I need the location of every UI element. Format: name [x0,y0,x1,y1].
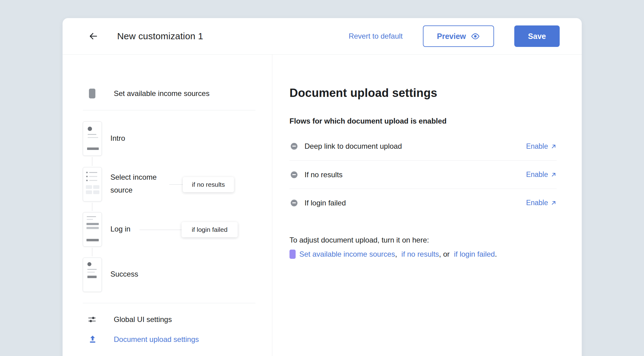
step-connector [92,157,92,166]
sidebar-item-document-upload-settings[interactable]: Document upload settings [114,335,199,344]
flow-row-label: Deep link to document upload [305,142,402,151]
sidebar-item-global-ui-settings[interactable]: Global UI settings [114,315,172,324]
eye-icon [471,33,480,40]
divider [83,110,255,110]
flow-row-deep-link: Deep link to document upload Enable [289,132,557,160]
main-title: Document upload settings [289,86,557,100]
upload-icon [88,335,97,345]
arrow-left-icon [88,31,98,41]
header-actions: Revert to default Preview Save [349,25,560,47]
preview-label: Preview [437,32,466,41]
enable-if-no-results-link[interactable]: Enable [526,170,557,179]
flow-row-label: If no results [305,170,343,179]
flow-row-if-no-results: If no results Enable [289,160,557,189]
step-connector [92,203,92,211]
flow-row-label: If login failed [305,199,346,207]
header: New customization 1 Revert to default Pr… [63,18,582,55]
step-label-intro[interactable]: Intro [110,134,125,143]
enable-deep-link-link[interactable]: Enable [526,142,557,151]
step-connector [92,248,92,256]
sliders-icon [88,316,96,325]
branch-connector [169,184,183,185]
footer-link-if-login-failed[interactable]: if login failed [454,249,495,260]
footer-link-income-sources[interactable]: Set available income sources [299,249,395,260]
content: Set available income sources In [63,55,582,356]
footer-note: To adjust document upload, turn it on he… [289,235,557,260]
footer-text: , or [439,249,450,260]
step-label-select-income-source[interactable]: Select income source [110,171,172,197]
if-no-results-chip[interactable]: if no results [183,177,234,192]
flow-sidebar: Set available income sources In [63,55,272,356]
success-thumbnail[interactable] [83,258,102,292]
footer-text: , [395,249,397,260]
enable-label: Enable [526,199,548,207]
phone-icon [89,89,95,98]
select-income-source-thumbnail[interactable] [83,167,102,201]
arrow-up-right-icon [551,144,557,149]
enable-label: Enable [526,170,548,179]
minus-circle-icon [291,143,297,150]
footer-text: . [495,249,497,260]
phone-icon-purple [289,250,296,259]
step-label-success[interactable]: Success [110,270,138,278]
footer-intro: To adjust document upload, turn it on he… [289,235,557,246]
if-login-failed-chip[interactable]: if login failed [182,222,238,237]
log-in-thumbnail[interactable] [83,212,102,247]
enable-label: Enable [526,142,548,151]
branch-connector [140,230,182,230]
section-heading: Flows for which document upload is enabl… [289,117,557,125]
intro-thumbnail[interactable] [83,121,102,156]
minus-circle-icon [291,171,297,178]
minus-circle-icon [291,200,297,206]
app-window: New customization 1 Revert to default Pr… [63,18,582,356]
divider [83,303,255,303]
sidebar-item-income-sources[interactable]: Set available income sources [114,89,209,98]
arrow-up-right-icon [551,200,557,206]
preview-button[interactable]: Preview [423,25,494,47]
flow-row-if-login-failed: If login failed Enable [289,189,557,217]
step-label-log-in[interactable]: Log in [110,225,130,233]
page-title: New customization 1 [117,31,203,41]
revert-to-default-link[interactable]: Revert to default [349,32,403,40]
flow-rows: Deep link to document upload Enable If n… [289,132,557,217]
footer-link-if-no-results[interactable]: if no results [401,249,439,260]
back-button[interactable] [86,29,100,43]
arrow-up-right-icon [551,172,557,178]
main-panel: Document upload settings Flows for which… [272,55,582,356]
enable-if-login-failed-link[interactable]: Enable [526,199,557,207]
save-button[interactable]: Save [514,25,560,47]
footer-links-line: Set available income sources, if no resu… [289,249,557,260]
